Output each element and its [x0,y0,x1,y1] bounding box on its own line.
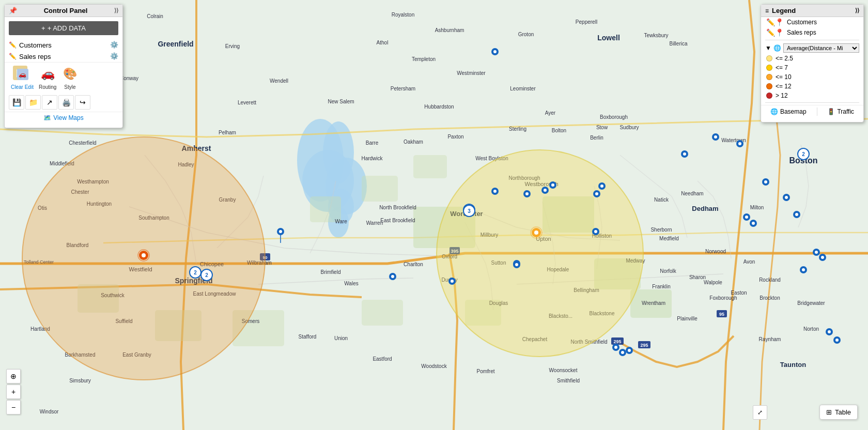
zoom-in-button[interactable]: + [6,385,21,399]
svg-text:Natick: Natick [654,197,669,203]
pencil-icon-2: ✏️ [9,53,17,60]
svg-text:Eastford: Eastford [373,356,392,362]
svg-text:Wrentham: Wrentham [642,300,665,306]
svg-text:Norfolk: Norfolk [660,268,677,274]
legend-color-0 [766,55,772,62]
customers-layer-name: ✏️ Customers [9,41,52,49]
svg-text:Athol: Athol [377,40,389,45]
sales-reps-layer-name: ✏️ Sales reps [9,53,51,60]
svg-text:Charlton: Charlton [404,262,423,267]
svg-point-175 [785,196,788,199]
svg-text:Simsbury: Simsbury [69,378,91,383]
svg-point-189 [614,346,617,349]
svg-text:Ayer: Ayer [545,110,556,116]
legend-gradient-label-0: <= 2.5 [776,55,793,62]
legend-gradient-item-3: <= 12 [761,82,863,91]
save-icon[interactable]: 💾 [9,95,24,110]
svg-text:Union: Union [334,335,348,341]
svg-point-153 [525,192,529,195]
share-icon[interactable]: ↗ [42,95,57,110]
svg-text:295: 295 [613,339,621,344]
svg-text:2: 2 [194,270,197,275]
edit-label: Edit [25,84,34,90]
control-panel: 📌 Control Panel ⟩⟩ + + ADD DATA ✏️ Custo… [4,4,123,128]
basemap-button[interactable]: 🌐 Basemap [770,108,807,115]
view-maps-icon: 🗺️ [43,114,51,121]
gradient-select[interactable]: Average(Distance - Mi [783,43,859,53]
folder-icon[interactable]: 📁 [25,95,41,110]
legend-color-3 [766,83,772,89]
traffic-label: Traffic [837,108,854,115]
svg-point-157 [551,183,554,187]
print-icon[interactable]: 🖨️ [58,95,74,110]
svg-text:Billerica: Billerica [669,41,687,47]
legend-color-4 [766,93,772,99]
svg-point-173 [764,180,767,183]
svg-rect-17 [362,176,398,202]
svg-point-181 [815,251,818,254]
plus-zoom-icon: + [11,388,16,396]
map-container[interactable]: 395 295 295 95 90 Greenfield Amherst Spr… [0,0,868,430]
legend-gradient-label-4: > 12 [776,92,788,99]
routing-tool[interactable]: 🚗 Routing [37,65,58,91]
svg-text:Hubbardston: Hubbardston [424,104,454,110]
svg-text:Royalston: Royalston [392,12,414,18]
add-data-button[interactable]: + + ADD DATA [9,21,118,35]
pin-icon: 📌 [9,7,17,14]
svg-text:Barre: Barre [366,140,379,146]
cp-header: 📌 Control Panel ⟩⟩ [5,5,122,17]
style-tool[interactable]: 🎨 Style [59,65,80,91]
svg-point-191 [621,351,624,354]
expand-triangle-icon: ▼ [765,44,771,52]
svg-text:Rockland: Rockland [759,277,781,283]
clear-edit-tool[interactable]: 🗒️ 🚗 Clear Edit [9,65,36,91]
zoom-out-button[interactable]: − [6,400,21,414]
legend-header: ≡ Legend ⟩⟩ [761,5,863,17]
collapse-icon[interactable]: ⟩⟩ [114,7,118,14]
svg-text:Dedham: Dedham [692,205,718,212]
traffic-button[interactable]: 🚦 Traffic [827,108,854,115]
table-label: Table [835,408,851,416]
tool-icons-row: 🗒️ 🚗 Clear Edit 🚗 Routing 🎨 Style [5,62,122,93]
table-button[interactable]: ⊞ Table [819,405,858,420]
legend-gradient-item-0: <= 2.5 [761,54,863,63]
legend-color-1 [766,65,772,71]
svg-text:Bolton: Bolton [552,128,566,133]
svg-point-217 [493,50,497,53]
svg-point-199 [493,190,497,193]
svg-text:Sterling: Sterling [509,126,526,132]
svg-point-185 [828,330,831,333]
svg-point-159 [595,192,598,195]
legend-customers-icon: ✏️📍 [766,18,784,26]
view-maps-row[interactable]: 🗺️ View Maps [5,112,122,124]
style-label: Style [64,84,75,90]
export-icon[interactable]: ↪ [75,95,90,110]
svg-text:Pomfret: Pomfret [476,368,494,374]
svg-text:Pelham: Pelham [219,130,236,135]
svg-text:Smithfield: Smithfield [557,378,580,383]
svg-point-171 [752,222,755,225]
compass-icon: ⊕ [10,372,17,380]
compass-button[interactable]: ⊕ [6,369,21,383]
customers-settings-icon[interactable]: ⚙️ [110,41,118,49]
svg-text:Leverett: Leverett [238,100,256,105]
legend-gradient-item-2: <= 10 [761,72,863,82]
expand-button[interactable]: ⤢ [753,405,767,420]
basemap-traffic-row: 🌐 Basemap 🚦 Traffic [761,105,863,118]
svg-point-143 [437,150,643,357]
gradient-select-container[interactable]: Average(Distance - Mi [783,43,859,53]
svg-point-195 [594,230,597,233]
svg-text:Plainville: Plainville [677,316,698,321]
legend-gradient-item-1: <= 7 [761,63,863,72]
svg-text:Chesterfield: Chesterfield [69,140,96,146]
svg-point-149 [451,280,454,283]
svg-text:Milton: Milton [750,205,764,210]
svg-text:Paxton: Paxton [447,134,463,140]
sales-reps-settings-icon[interactable]: ⚙️ [110,52,118,60]
legend-customers-item: ✏️📍 Customers [761,17,863,27]
svg-text:Woodstock: Woodstock [421,363,447,369]
svg-point-177 [795,213,798,216]
svg-text:Westminster: Westminster [457,70,486,76]
legend-expand-icon[interactable]: ⟩⟩ [855,7,859,14]
globe-icon: 🌐 [773,44,781,52]
